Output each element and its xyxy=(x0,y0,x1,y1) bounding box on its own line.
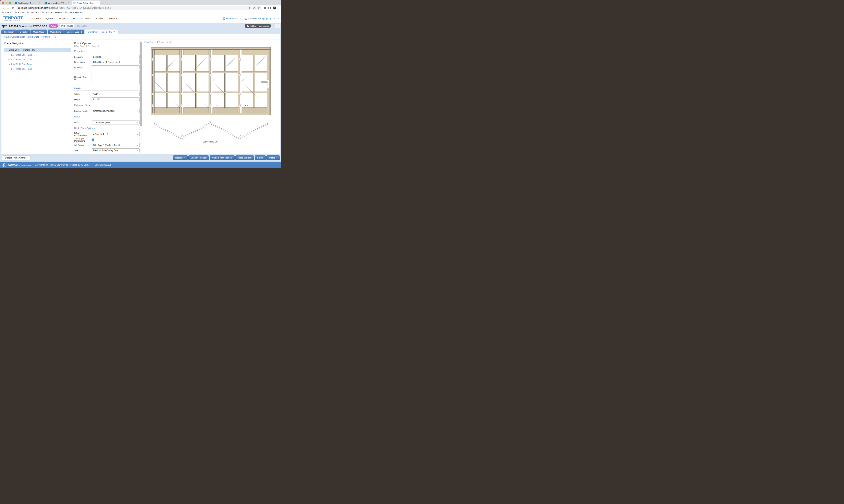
top-rail-select[interactable]: Top Rail - 3" (Swing Out) xyxy=(92,154,140,154)
form-scrollbar[interactable] xyxy=(140,39,142,154)
footer-brand[interactable]: softtech xyxy=(7,163,19,166)
glass-label: Glass xyxy=(74,121,92,124)
close-tab-icon[interactable]: ✕ xyxy=(113,31,115,33)
browser-tab-2[interactable]: S Web Module - V6 Web Module ✕ xyxy=(43,1,72,5)
bookmark-item[interactable]: Soft Tech Related xyxy=(42,11,62,14)
bifold-configuration-select[interactable]: 4 Panels: 4 Left xyxy=(92,132,140,136)
quantity-input[interactable] xyxy=(92,66,140,69)
user-lock-icon xyxy=(247,25,249,27)
tree-item-l4[interactable]: L4 - Bifold Door Panel xyxy=(4,67,71,71)
support-request-button[interactable]: Support Request xyxy=(188,156,209,160)
nav-quotes[interactable]: Quotes xyxy=(46,17,54,20)
tab-quote-glass[interactable]: Quote Glass xyxy=(31,30,47,34)
frame-options-subtitle: Bifold Door - 4 Panels - 4+0 xyxy=(74,45,140,47)
tab-information[interactable]: Information xyxy=(1,30,17,34)
chevron-down-icon[interactable] xyxy=(6,49,7,50)
tab-quote-items[interactable]: Quote Items xyxy=(48,30,64,34)
bookmark-star-icon[interactable] xyxy=(258,7,260,9)
bookmark-item[interactable]: Clients xyxy=(2,11,12,14)
folder-icon xyxy=(27,11,29,13)
chevron-down-icon[interactable] xyxy=(8,68,10,69)
chevron-down-icon xyxy=(137,133,138,135)
description-input[interactable] xyxy=(92,60,140,64)
frame-button[interactable]: Frame xyxy=(255,156,266,160)
stile-select[interactable]: Medium Stile (Swing Out) xyxy=(92,148,140,152)
caret-up-icon xyxy=(184,158,185,158)
height-input[interactable] xyxy=(92,97,140,102)
new-tab-button[interactable]: + xyxy=(102,1,104,5)
close-quote-button[interactable]: ✕ xyxy=(275,24,280,28)
browser-menu-icon[interactable]: ••• xyxy=(278,7,280,10)
reports-button[interactable]: Reports xyxy=(173,156,188,160)
door-drawing: L1 L2 L3 L4 xyxy=(151,47,271,148)
discard-frame-changes-button[interactable]: Discard Frame Changes xyxy=(2,156,31,160)
nav-settings[interactable]: Settings xyxy=(109,17,117,20)
close-tab-icon[interactable]: ✕ xyxy=(38,2,40,4)
caret-up-icon xyxy=(276,158,278,158)
tree-item-l2[interactable]: L2 - Bifold Door Panel xyxy=(4,57,71,62)
sidebar-toggle-icon[interactable] xyxy=(268,7,271,10)
minimize-window-button[interactable] xyxy=(5,2,7,4)
bookmark-item[interactable]: Soft Tech xyxy=(27,11,39,14)
exterior-finish-select[interactable]: Champagne Anodized xyxy=(92,109,140,113)
extensions-icon[interactable] xyxy=(264,7,266,10)
open-in-new-icon[interactable] xyxy=(249,7,251,9)
user-icon xyxy=(244,17,247,20)
nav-clients[interactable]: Clients xyxy=(96,17,104,20)
reload-icon[interactable]: ↻ xyxy=(11,6,15,10)
address-bar[interactable]: kuaka-testing.softtech.com/quotes/9ff79b… xyxy=(16,6,262,10)
building-icon xyxy=(223,17,225,20)
required-asterisk: * xyxy=(83,66,83,69)
app-root: FENPORT WINDOWS & DOORS Dashboard Quotes… xyxy=(0,14,281,168)
close-window-button[interactable] xyxy=(2,2,4,4)
tree-item-l3[interactable]: L3 - Bifold Door Panel xyxy=(4,62,71,67)
share-icon[interactable] xyxy=(253,7,256,9)
bookmarks-bar: Clients Comp Soft Tech Soft Tech Related… xyxy=(0,11,281,14)
bookmark-item[interactable]: Comp xyxy=(15,11,24,14)
width-input[interactable] xyxy=(92,92,140,96)
chevron-down-icon[interactable] xyxy=(8,54,10,55)
frame-navigation-title: Frame Navigation xyxy=(4,42,71,45)
close-tab-icon[interactable]: ✕ xyxy=(96,2,99,4)
nav-projects[interactable]: Projects xyxy=(59,17,68,20)
panel-label: L2 xyxy=(187,104,190,107)
project-badge[interactable]: PRO: 001036 xyxy=(60,24,75,28)
auto-equal-dimensions-checkbox[interactable]: ✓ xyxy=(92,139,94,141)
browser-tab-1[interactable]: WebModule Team Sprint 22 - 2 ✕ xyxy=(13,1,42,5)
close-tab-icon[interactable]: ✕ xyxy=(68,2,70,4)
sill-option-select[interactable]: Sill - Type 1 (Surface Track) xyxy=(92,143,140,147)
scrollbar-thumb[interactable] xyxy=(140,42,142,126)
footer-divider xyxy=(92,163,92,167)
quote-header: QTE: 001054 Shane test 2023-10-17 Active… xyxy=(0,23,281,29)
page-locked-button[interactable]: Editing - Page Locked xyxy=(245,24,271,28)
chevron-down-icon[interactable] xyxy=(8,63,10,65)
bookmark-item[interactable]: Shane Personal xyxy=(65,11,83,14)
status-button[interactable]: Status xyxy=(266,156,280,160)
back-icon[interactable]: ← xyxy=(1,6,5,10)
custom-item-request-button[interactable]: Custom Item Request xyxy=(210,156,235,160)
tab-defaults[interactable]: Defaults xyxy=(17,30,30,34)
azure-devops-icon xyxy=(15,2,17,4)
browser-toolbar: ← → ↻ kuaka-testing.softtech.com/quotes/… xyxy=(0,5,281,11)
quote-title: QTE: 001054 Shane test 2023-10-17 xyxy=(2,24,47,28)
forward-icon[interactable]: → xyxy=(6,6,10,10)
chevron-down-icon[interactable] xyxy=(8,58,10,60)
nav-purchase-orders[interactable]: Purchase Orders xyxy=(73,17,91,20)
profile-avatar[interactable] xyxy=(273,6,276,10)
fenport-logo[interactable]: FENPORT WINDOWS & DOORS xyxy=(2,16,23,21)
freehand-item-button[interactable]: Freehand Item xyxy=(235,156,254,160)
browser-tab-active[interactable]: ST Quote Editor | SoftTech Dealer ✕ xyxy=(72,1,101,5)
sill-option-label: Sill Option xyxy=(74,144,92,146)
glass-select[interactable]: 1" insulated glass xyxy=(92,121,140,124)
tab-supplier-support[interactable]: Supplier Support xyxy=(64,30,84,34)
location-input[interactable] xyxy=(92,55,140,59)
browser-tab-title: Web Module - V6 Web Module xyxy=(48,2,67,4)
tab-bifold-door-active[interactable]: Bifold Door - 4 Panels - 4+0 ✕ xyxy=(85,30,118,34)
nav-dashboard[interactable]: Dashboard xyxy=(29,17,41,20)
tree-item-root[interactable]: Bifold Door - 4 Panels - 4+0 xyxy=(4,48,71,52)
notes-textarea[interactable] xyxy=(92,71,140,84)
zoom-window-button[interactable] xyxy=(9,2,11,4)
user-menu[interactable]: Shane.Eriwata@cyncly.com xyxy=(244,17,279,20)
office-selector[interactable]: Head Office xyxy=(223,17,241,20)
tree-item-l1[interactable]: L1 - Bifold Door Panel xyxy=(4,53,71,57)
